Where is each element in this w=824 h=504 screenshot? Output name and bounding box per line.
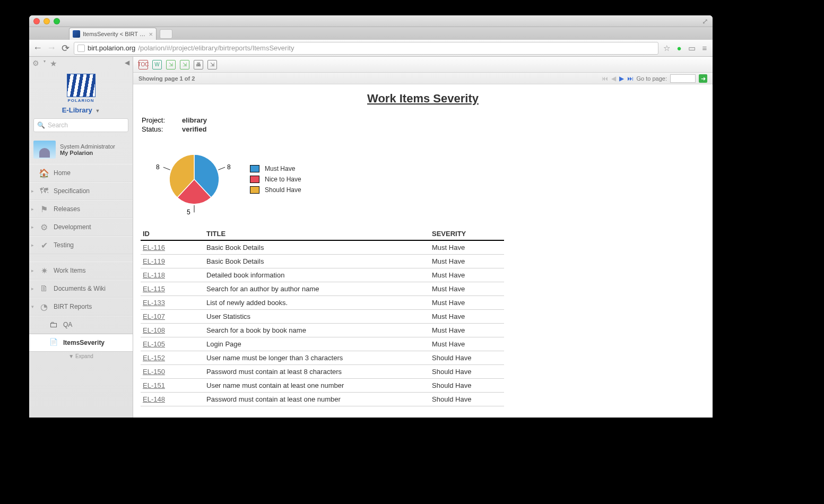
export-word-button[interactable]: W [152, 60, 162, 69]
work-item-severity: Must Have [430, 337, 504, 351]
work-item-link[interactable]: EL-116 [143, 244, 165, 251]
gear-icon[interactable]: ⚙ [32, 59, 39, 68]
legend-swatch-icon [250, 176, 259, 183]
pie-chart-icon: ◔ [39, 302, 49, 311]
first-page-button[interactable]: ⏮ [602, 75, 608, 82]
window-titlebar: ⤢ [29, 15, 713, 27]
sidebar-item-development[interactable]: ▸ ⚙ Development [29, 218, 133, 236]
meta-project-label: Project: [142, 116, 181, 124]
cast-icon[interactable]: ▭ [687, 44, 697, 53]
reload-button[interactable]: ⟳ [60, 42, 71, 54]
expand-icon[interactable]: ▸ [31, 268, 34, 273]
work-item-title: List of newly added books. [204, 296, 430, 310]
work-item-link[interactable]: EL-150 [143, 368, 165, 376]
work-item-link[interactable]: EL-108 [143, 326, 165, 334]
forward-button[interactable]: → [46, 42, 57, 54]
sidebar-item-work-items[interactable]: ▸ ✷ Work Items [29, 262, 133, 280]
svg-line-0 [218, 167, 225, 170]
table-row: EL-118Detailed book informationMust Have [141, 268, 504, 282]
search-input[interactable]: 🔍 Search [33, 118, 128, 132]
toc-button[interactable]: TOC [138, 60, 148, 69]
expand-button[interactable]: ▼ Expand [29, 352, 133, 361]
sidebar-item-birt-reports[interactable]: ▾ ◔ BIRT Reports [29, 298, 133, 316]
url-path: /polarion/#/project/elibrary/birtreports… [138, 44, 294, 52]
back-button[interactable]: ← [32, 42, 43, 54]
work-item-link[interactable]: EL-118 [143, 271, 165, 279]
project-selector[interactable]: E-Library ▼ [29, 104, 133, 118]
app-body: ⚙▾ ★ ◀ POLARION E-Library ▼ 🔍 Search Sy [29, 57, 713, 418]
close-tab-icon[interactable]: × [149, 30, 153, 38]
table-row: EL-119Basic Book DetailsMust Have [141, 255, 504, 268]
expand-icon[interactable]: ▸ [31, 206, 34, 212]
sidebar-item-releases[interactable]: ▸ ⚑ Releases [29, 200, 133, 218]
user-box[interactable]: System Administrator My Polarion [33, 138, 128, 161]
prev-page-button[interactable]: ◀ [611, 75, 616, 82]
report-toolbar: TOC W ⇲ ⇲ 🖶 ⇲ [133, 57, 713, 73]
col-id-header: ID [141, 228, 204, 240]
chevron-down-icon: ▼ [95, 108, 100, 114]
logo-icon [67, 74, 96, 97]
flag-icon: ⚑ [39, 204, 49, 214]
work-item-link[interactable]: EL-115 [143, 285, 165, 293]
favorite-icon[interactable]: ★ [50, 59, 57, 68]
report-body: Work Items Severity Project: elibrary St… [133, 84, 713, 418]
table-row: EL-133List of newly added books.Must Hav… [141, 296, 504, 310]
pager-bar: Showing page 1 of 2 ⏮ ◀ ▶ ⏭ Go to page: … [133, 73, 713, 84]
work-item-severity: Must Have [430, 282, 504, 296]
bookmark-star-icon[interactable]: ☆ [662, 44, 671, 53]
search-placeholder: Search [48, 121, 68, 129]
last-page-button[interactable]: ⏭ [627, 75, 634, 82]
folder-icon: 🗀 [48, 320, 59, 329]
expand-icon[interactable]: ▾ [31, 304, 34, 309]
legend-item: Should Have [250, 186, 301, 194]
goto-page-input[interactable] [670, 74, 696, 83]
new-tab-button[interactable] [160, 29, 172, 39]
sidebar-item-label: Work Items [54, 267, 85, 274]
work-item-title: Search for an author by author name [204, 282, 430, 296]
address-bar[interactable]: birt.polarion.org /polarion/#/project/el… [74, 42, 658, 55]
table-row: EL-105Login PageMust Have [141, 337, 504, 351]
sidebar-item-home[interactable]: 🏠 Home [29, 164, 133, 182]
expand-icon[interactable]: ▸ [31, 188, 34, 194]
work-item-link[interactable]: EL-152 [143, 354, 165, 362]
close-window-button[interactable] [33, 18, 40, 24]
sidebar-subitem-qa[interactable]: 🗀 QA [29, 316, 133, 334]
browser-tab[interactable]: ItemsSeverity < BIRT Repo × [69, 28, 157, 40]
export-button-2[interactable]: ⇲ [180, 60, 189, 69]
zoom-window-button[interactable] [54, 18, 60, 24]
user-role: System Administrator [60, 143, 115, 150]
work-item-link[interactable]: EL-107 [143, 312, 165, 320]
work-item-link[interactable]: EL-151 [143, 381, 165, 389]
collapse-sidebar-icon[interactable]: ◀ [125, 59, 129, 68]
next-page-button[interactable]: ▶ [619, 75, 624, 82]
expand-icon[interactable]: ▸ [31, 286, 34, 291]
pager-showing: Showing page 1 of 2 [138, 75, 195, 82]
sidebar-item-documents[interactable]: ▸ 🗎 Documents & Wiki [29, 280, 133, 298]
work-item-severity: Should Have [430, 379, 504, 393]
brand-text: POLARION [29, 98, 133, 103]
expand-icon[interactable]: ▸ [31, 224, 34, 230]
maximize-icon[interactable]: ⤢ [702, 18, 709, 25]
print-button[interactable]: 🖶 [194, 60, 203, 69]
minimize-window-button[interactable] [44, 18, 50, 24]
work-item-title: User name must be longer than 3 characte… [204, 351, 430, 365]
work-item-link[interactable]: EL-105 [143, 340, 165, 348]
sidebar-item-specification[interactable]: ▸ 🗺 Specification [29, 182, 133, 200]
expand-icon[interactable]: ▸ [31, 242, 34, 248]
work-item-link[interactable]: EL-148 [143, 395, 165, 403]
legend-swatch-icon [250, 186, 259, 194]
menu-icon[interactable]: ≡ [700, 44, 709, 53]
work-item-link[interactable]: EL-133 [143, 299, 165, 307]
export-button-3[interactable]: ⇲ [207, 60, 217, 69]
sidebar-subitem-items-severity[interactable]: 📄 ItemsSeverity [29, 334, 133, 352]
work-item-link[interactable]: EL-119 [143, 257, 165, 265]
export-button-1[interactable]: ⇲ [166, 60, 176, 69]
chart-legend: Must HaveNice to HaveShould Have [250, 162, 301, 197]
work-item-severity: Should Have [430, 351, 504, 365]
sidebar-item-testing[interactable]: ▸ ✔ Testing [29, 236, 133, 254]
slice-label-1: 5 [187, 208, 190, 216]
documents-icon: 🗎 [39, 284, 49, 293]
goto-page-button[interactable]: ➜ [699, 74, 707, 83]
tab-title: ItemsSeverity < BIRT Repo [83, 31, 146, 37]
extension-icon[interactable]: ● [674, 44, 684, 53]
